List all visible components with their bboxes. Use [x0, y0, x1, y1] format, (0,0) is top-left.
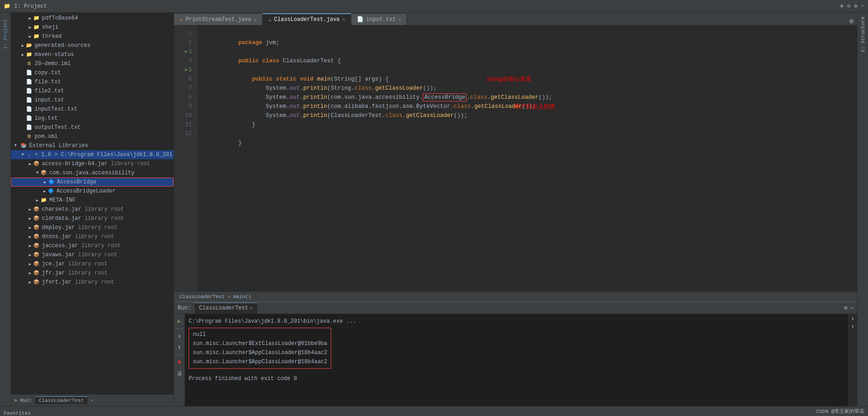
toolbar-icon-settings[interactable]: ⚙: [854, 3, 858, 10]
run-strip-sep1: [176, 329, 183, 329]
tree-item-external-libraries[interactable]: ▼ 📚 External Libraries: [11, 141, 174, 150]
tree-item-meta-inf[interactable]: ▶ 📁 META-INF: [11, 196, 174, 205]
run-panel-header: Run: ClassLoaderTest ✕ ⚙ —: [174, 302, 857, 314]
code-content[interactable]: package jvm; public class ClassLoaderTes…: [197, 25, 857, 291]
tree-item-maven-status[interactable]: ▶ 📁 maven-status: [11, 50, 174, 59]
tree-item-outputtest-txt[interactable]: ▶ 📄 outputTest.txt: [11, 123, 174, 132]
tree-item-accessbridge[interactable]: ▶ 🔷 AccessBridge: [11, 178, 174, 187]
toolbar-icon-minimize[interactable]: —: [861, 3, 864, 10]
tab-close-3[interactable]: ✕: [398, 17, 401, 22]
breadcrumb-method: main(): [233, 294, 252, 299]
ln-9: 9: [174, 102, 196, 111]
tree-item-dnsns-jar[interactable]: ▶ 📦 dnsns.jar library root: [11, 232, 174, 241]
tree-item-file2-txt[interactable]: ▶ 📄 file2.txt: [11, 86, 174, 96]
toolbar-icons: ⊕ ⊖ ⚙ —: [840, 3, 864, 10]
run-strip-sep2: [176, 355, 183, 355]
editor-run-wrapper: ☕ PrintStreamTest.java ✕ ☕ ClassLoaderTe…: [174, 13, 857, 406]
ln-7: 7: [174, 84, 196, 93]
run-output-line-4: sun.misc.Launcher$AppClassLoader@18b4aac…: [193, 357, 327, 366]
run-panel-tab[interactable]: ClassLoaderTest ✕: [195, 303, 257, 314]
tree-item-jdk[interactable]: ▼ ☕ < 1.8 > C:\Program Files\Java\jdk1.8…: [11, 150, 174, 159]
project-tree: ▶ 📁 pdfToBase64 ▶ 📁 sheji ▶ 📁 thread: [11, 13, 174, 394]
tree-item-jce-jar[interactable]: ▶ 📦 jce.jar library root: [11, 259, 174, 269]
tab-close-1[interactable]: ✕: [254, 17, 257, 22]
tree-item-charsets-jar[interactable]: ▶ 📦 charsets.jar library root: [11, 205, 174, 214]
tree-item-com-sun-java-accessibility[interactable]: ▼ 📦 com.sun.java.accessibility: [11, 168, 174, 178]
run-output-box: null sun.misc.Launcher$ExtClassLoader@61…: [189, 328, 331, 369]
tree-item-jfxrt-jar[interactable]: ▶ 📦 jfxrt.jar library root: [11, 278, 174, 287]
run-strip-down[interactable]: ⬇: [175, 343, 184, 352]
tree-item-file-txt[interactable]: ▶ 📄 file.txt: [11, 77, 174, 86]
tree-item-javaws-jar[interactable]: ▶ 📦 javaws.jar library root: [11, 250, 174, 259]
toolbar-icon-remove[interactable]: ⊖: [847, 3, 850, 10]
left-vertical-tabs: 1: Project: [0, 13, 11, 406]
tree-item-input-txt[interactable]: ▶ 📄 input.txt: [11, 96, 174, 105]
run-tab-close[interactable]: ✕: [90, 398, 93, 403]
code-line-1: package jvm;: [204, 29, 857, 38]
structure-label[interactable]: 2: Structure: [860, 16, 866, 52]
run-output-line-1: null: [193, 330, 327, 339]
tree-item-cldrdata-jar[interactable]: ▶ 📦 cldrdata.jar library root: [11, 214, 174, 223]
tree-item-deploy-jar[interactable]: ▶ 📦 deploy.jar library root: [11, 223, 174, 232]
run-strip-print[interactable]: 🖨: [175, 369, 184, 378]
tree-item-accessbridgeloader[interactable]: ▶ 🔷 AccessBridgeLoader: [11, 187, 174, 196]
tab-input-txt[interactable]: 📄 input.txt ✕: [351, 13, 407, 25]
project-icon: 📁: [4, 3, 10, 10]
code-line-11: [204, 120, 857, 129]
run-panel-tab-close[interactable]: ✕: [250, 305, 253, 311]
code-line-8: System.out.println(com.alibaba.fastjson.…: [204, 93, 857, 102]
tree-item-pom-xml[interactable]: ▶ 🗎 pom.xml: [11, 132, 174, 141]
ln-4: 4: [174, 56, 196, 66]
run-output-line-2: sun.misc.Launcher$ExtClassLoader@61bbe9b…: [193, 339, 327, 348]
tab-printstream[interactable]: ☕ PrintStreamTest.java ✕: [174, 13, 262, 25]
run-panel-minimize-icon[interactable]: —: [850, 305, 853, 311]
tree-item-20-demo-iml[interactable]: ▶ 🗎 20-demo.iml: [11, 59, 174, 68]
project-label: 1: Project: [14, 3, 47, 10]
toolbar-icon-add[interactable]: ⊕: [840, 3, 843, 10]
run-process-end: Process finished with exit code 0: [189, 374, 844, 383]
project-panel: ▶ 📁 pdfToBase64 ▶ 📁 sheji ▶ 📁 thread: [11, 13, 174, 406]
ln-1: 1: [174, 29, 196, 38]
tab-close-2[interactable]: ✕: [343, 17, 345, 22]
tree-item-access-bridge[interactable]: ▶ 📦 access-bridge-64.jar library root: [11, 159, 174, 168]
code-line-10: }: [204, 111, 857, 120]
tree-item-copy-txt[interactable]: ▶ 📄 copy.txt: [11, 68, 174, 77]
code-line-12: }: [204, 129, 857, 138]
run-right-icon2[interactable]: ⬇: [851, 324, 854, 330]
favorites-label[interactable]: Favorites: [4, 411, 31, 416]
ln-12: 12: [174, 129, 196, 138]
run-strip-stop[interactable]: ■: [175, 358, 184, 367]
tree-item-pdftobase64[interactable]: ▶ 📁 pdfToBase64: [11, 14, 174, 23]
tab-txt-icon: 📄: [357, 16, 364, 23]
tree-item-generated-sources[interactable]: ▶ 📂 generated-sources: [11, 41, 174, 50]
code-line-5: public static void main(String[] args) {: [204, 66, 857, 75]
run-strip-up[interactable]: ⬆: [175, 332, 184, 341]
run-right-icon1[interactable]: ⬆: [851, 316, 854, 322]
editor-settings-icon[interactable]: ⚙: [850, 17, 853, 25]
tree-item-jfr-jar[interactable]: ▶ 📦 jfr.jar library root: [11, 269, 174, 278]
project-vertical-tab[interactable]: 1: Project: [1, 16, 10, 52]
main-area: 1: Project ▶ 📁 pdfToBase64 ▶ 📁 sheji ▶: [0, 13, 868, 406]
run-play-btn[interactable]: ▶: [175, 317, 184, 326]
code-line-6: System.out.println(String.class.getClass…: [204, 75, 857, 84]
tree-item-inputtest-txt[interactable]: ▶ 📄 inputTest.txt: [11, 105, 174, 114]
run-class-tab[interactable]: ClassLoaderTest: [35, 396, 87, 404]
code-line-9: System.out.println(ClassLoaderTest.class…: [204, 102, 857, 111]
status-right: CSDN @李王家的翠花: [816, 408, 864, 415]
tab-java-icon-2: ☕: [268, 16, 271, 23]
run-panel-settings-icon[interactable]: ⚙: [844, 304, 847, 311]
breadcrumb-bar: ClassLoaderTest › main(): [174, 291, 857, 301]
tree-item-jaccess-jar[interactable]: ▶ 📦 jaccess.jar library root: [11, 241, 174, 250]
ln-5: ▶5: [174, 66, 196, 75]
run-panel-tab-label: ClassLoaderTest: [199, 305, 248, 311]
structure-panel: 2: Structure: [857, 13, 868, 406]
ln-10: 10: [174, 111, 196, 120]
tab-classloadertest[interactable]: ☕ ClassLoaderTest.java ✕: [262, 13, 351, 25]
tab-bar: ☕ PrintStreamTest.java ✕ ☕ ClassLoaderTe…: [174, 13, 857, 25]
tree-item-log-txt[interactable]: ▶ 📄 log.txt: [11, 114, 174, 123]
run-cmd-line: C:\Program Files\Java\jdk1.8.0_201\bin\j…: [189, 317, 844, 326]
run-label: Run:: [21, 398, 32, 403]
ln-6: 6: [174, 75, 196, 84]
tree-item-thread[interactable]: ▶ 📁 thread: [11, 32, 174, 41]
tree-item-sheji[interactable]: ▶ 📁 sheji: [11, 23, 174, 32]
